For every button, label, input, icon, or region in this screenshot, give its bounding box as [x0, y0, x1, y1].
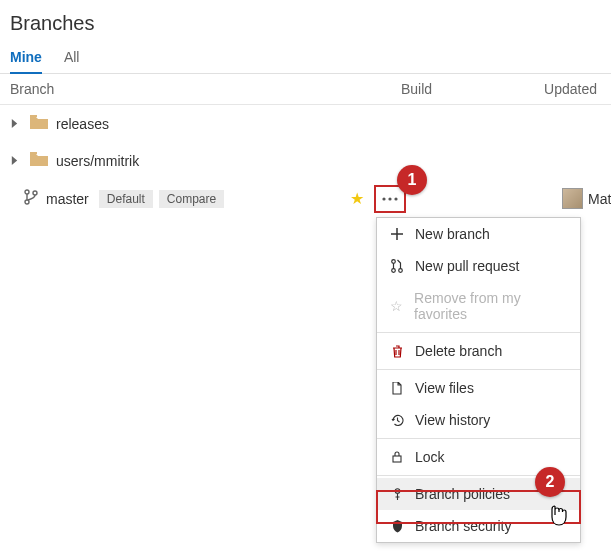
folder-name: users/mmitrik [56, 153, 139, 169]
branch-row-master[interactable]: master Default Compare ★ Matt [0, 179, 611, 218]
branch-list: releases users/mmitrik master Default Co… [0, 105, 611, 218]
pull-request-icon [389, 259, 405, 273]
menu-view-files[interactable]: View files [377, 372, 580, 404]
menu-label: Branch policies [415, 486, 510, 502]
folder-name: releases [56, 116, 109, 132]
menu-label: View files [415, 380, 474, 396]
menu-delete-branch[interactable]: Delete branch [377, 335, 580, 367]
callout-1: 1 [397, 165, 427, 195]
menu-separator [377, 438, 580, 439]
folder-icon [30, 152, 48, 169]
folder-icon [30, 115, 48, 132]
menu-view-history[interactable]: View history [377, 404, 580, 436]
column-build: Build [401, 81, 521, 97]
folder-row-releases[interactable]: releases [0, 105, 611, 142]
menu-remove-favorite: ☆ Remove from my favorites [377, 282, 580, 330]
cursor-icon [549, 505, 569, 532]
chevron-right-icon [10, 118, 24, 130]
menu-new-branch[interactable]: New branch [377, 218, 580, 250]
history-icon [389, 414, 405, 427]
svg-point-3 [382, 197, 385, 200]
compare-badge: Compare [159, 190, 224, 208]
column-branch: Branch [10, 81, 401, 97]
svg-rect-9 [393, 456, 401, 462]
svg-point-5 [394, 197, 397, 200]
tabs: Mine All [0, 43, 611, 74]
menu-label: Delete branch [415, 343, 502, 359]
callout-2: 2 [535, 467, 565, 497]
avatar [562, 188, 583, 209]
menu-label: View history [415, 412, 490, 428]
menu-label: New pull request [415, 258, 519, 274]
author-name: Matt [588, 191, 611, 207]
menu-label: Lock [415, 449, 445, 465]
svg-point-7 [392, 269, 396, 273]
svg-point-0 [25, 190, 29, 194]
chevron-right-icon [10, 155, 24, 167]
menu-separator [377, 332, 580, 333]
ellipsis-icon [382, 197, 398, 201]
default-badge: Default [99, 190, 153, 208]
trash-icon [389, 345, 405, 358]
branch-icon [24, 189, 38, 208]
page-title: Branches [0, 0, 611, 43]
svg-point-8 [399, 269, 403, 273]
star-outline-icon: ☆ [389, 298, 404, 314]
column-updated: Updated [521, 81, 601, 97]
policy-icon [389, 488, 405, 501]
table-header: Branch Build Updated [0, 74, 611, 105]
folder-row-users[interactable]: users/mmitrik [0, 142, 611, 179]
lock-icon [389, 451, 405, 463]
menu-label: Remove from my favorites [414, 290, 568, 322]
menu-label: Branch security [415, 518, 511, 534]
star-icon[interactable]: ★ [350, 189, 364, 208]
svg-point-10 [395, 488, 400, 493]
tab-mine[interactable]: Mine [10, 43, 42, 73]
file-icon [389, 382, 405, 395]
menu-new-pull-request[interactable]: New pull request [377, 250, 580, 282]
plus-icon [389, 228, 405, 240]
menu-separator [377, 369, 580, 370]
svg-point-2 [33, 191, 37, 195]
tab-all[interactable]: All [64, 43, 80, 73]
shield-icon [389, 520, 405, 533]
svg-point-6 [392, 260, 396, 264]
menu-label: New branch [415, 226, 490, 242]
svg-point-4 [388, 197, 391, 200]
branch-name: master [46, 191, 89, 207]
